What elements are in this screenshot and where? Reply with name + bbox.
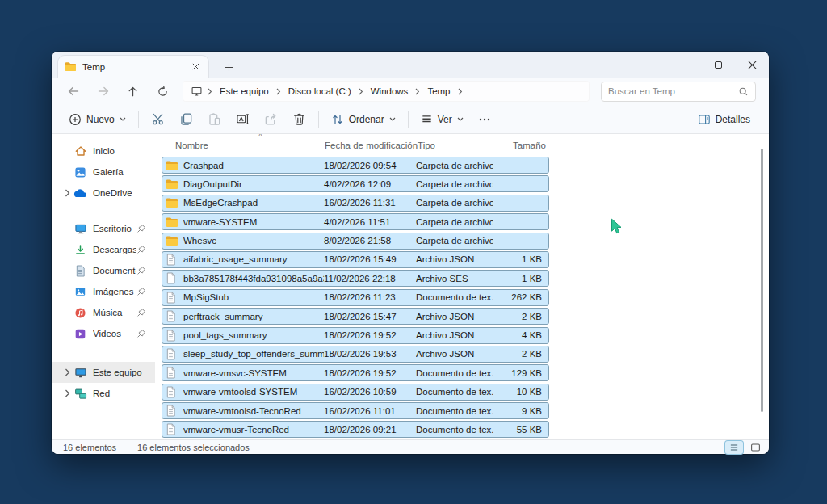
table-row[interactable]: Whesvc8/02/2026 21:58Carpeta de archivos [162, 233, 549, 250]
column-header-tipo[interactable]: Tipo [418, 141, 495, 150]
forward-button[interactable] [88, 79, 118, 103]
pin-icon[interactable] [136, 308, 147, 317]
sidebar-item-galería[interactable]: Galería [52, 162, 155, 183]
view-button[interactable]: Ver [414, 108, 471, 131]
table-row[interactable]: perftrack_summary18/02/2026 15:47Archivo… [162, 308, 549, 325]
details-pane-button[interactable]: Detalles [691, 108, 758, 131]
share-button[interactable] [257, 108, 285, 131]
up-button[interactable] [118, 79, 148, 103]
pin-icon[interactable] [136, 329, 147, 338]
more-button[interactable] [471, 108, 498, 131]
thumbnails-view-toggle[interactable] [746, 441, 764, 454]
file-size-cell: 262 KB [493, 292, 548, 302]
breadcrumb-item[interactable]: Este equipo [216, 85, 273, 98]
table-row[interactable]: bb3a785178f443fda931098a5a9a306b.d...11/… [162, 270, 549, 287]
table-row[interactable]: vmware-vmsvc-SYSTEM18/02/2026 19:52Docum… [162, 364, 549, 381]
sidebar-item-descargas[interactable]: Descargas [52, 239, 155, 260]
sidebar-item-label: Este equipo [93, 368, 155, 377]
table-row[interactable]: Crashpad18/02/2026 09:54Carpeta de archi… [162, 157, 549, 174]
new-button[interactable]: Nuevo [61, 108, 133, 131]
sort-button[interactable]: Ordenar [324, 108, 403, 131]
file-name: perftrack_summary [183, 312, 262, 321]
pin-icon[interactable] [136, 287, 147, 296]
navigation-pane: InicioGaleríaOneDriveEscritorioDescargas… [52, 134, 155, 439]
sidebar-item-inicio[interactable]: Inicio [52, 141, 155, 162]
thumbnails-view-icon [750, 443, 761, 452]
table-row[interactable]: sleep_study_top_offenders_summary18/02/2… [162, 346, 549, 363]
sidebar-item-este-equipo[interactable]: Este equipo [52, 362, 155, 383]
file-name: vmware-vmsvc-SYSTEM [183, 368, 287, 378]
details-view-toggle[interactable] [725, 441, 743, 454]
search-icon [738, 86, 749, 97]
details-pane-label: Detalles [716, 114, 750, 125]
breadcrumb-chevron-icon[interactable] [456, 88, 464, 95]
details-view-icon [729, 443, 739, 452]
chevron-right-icon[interactable] [61, 368, 73, 376]
table-row[interactable]: vmware-SYSTEM4/02/2026 11:51Carpeta de a… [162, 213, 549, 230]
breadcrumb-chevron-icon[interactable] [357, 88, 365, 95]
file-name: Whesvc [183, 236, 216, 246]
breadcrumb-chevron-icon[interactable] [275, 88, 283, 95]
pin-icon[interactable] [136, 245, 147, 254]
chevron-right-icon[interactable] [61, 189, 73, 197]
sidebar-item-documentos[interactable]: Documentos [52, 260, 155, 281]
sidebar-item-imágenes[interactable]: Imágenes [52, 281, 155, 302]
delete-button[interactable] [285, 108, 313, 131]
tab-temp[interactable]: Temp [58, 56, 208, 78]
pin-icon[interactable] [136, 266, 147, 275]
column-header-fecha[interactable]: Fecha de modificación [325, 141, 418, 150]
file-size-cell: 1 KB [493, 274, 548, 284]
vertical-scrollbar[interactable] [761, 149, 763, 412]
file-list: Nombre^Fecha de modificaciónTipoTamaño C… [162, 136, 549, 439]
breadcrumb-chevron-icon[interactable] [206, 88, 214, 95]
table-row[interactable]: vmware-vmusr-TecnoRed18/02/2026 09:21Doc… [162, 421, 549, 438]
copy-button[interactable] [172, 108, 200, 131]
column-header-nombre[interactable]: Nombre [162, 141, 325, 150]
table-row[interactable]: vmware-vmtoolsd-TecnoRed16/02/2026 11:01… [162, 402, 549, 419]
sidebar-item-onedrive[interactable]: OneDrive [52, 183, 155, 204]
sidebar-item-red[interactable]: Red [52, 383, 155, 404]
rename-button[interactable] [229, 108, 257, 131]
chevron-right-icon[interactable] [61, 389, 73, 397]
paste-button[interactable] [200, 108, 229, 131]
file-date-cell: 18/02/2026 19:52 [324, 368, 416, 378]
pin-icon[interactable] [136, 224, 147, 233]
breadcrumb-item[interactable]: Windows [367, 85, 413, 98]
file-blank-icon [166, 272, 178, 284]
breadcrumb-item[interactable]: Temp [423, 85, 454, 98]
sidebar-item-música[interactable]: Música [52, 302, 155, 323]
table-row[interactable]: vmware-vmtoolsd-SYSTEM16/02/2026 10:59Do… [162, 384, 549, 401]
breadcrumb-item[interactable]: Disco local (C:) [284, 85, 355, 98]
sidebar-item-label: Escritorio [93, 224, 136, 233]
music-icon [73, 307, 87, 319]
file-lines-icon [166, 367, 178, 379]
search-input[interactable] [608, 86, 738, 96]
sidebar-item-videos[interactable]: Videos [52, 323, 155, 344]
tab-title: Temp [82, 62, 183, 72]
breadcrumb-chevron-icon[interactable] [414, 88, 422, 95]
file-name: vmware-vmtoolsd-TecnoRed [183, 406, 301, 416]
refresh-button[interactable] [148, 79, 178, 103]
selected-count: 16 elementos seleccionados [137, 443, 250, 452]
trash-icon [292, 112, 306, 126]
table-row[interactable]: MsEdgeCrashpad16/02/2026 11:31Carpeta de… [162, 195, 549, 212]
search-box[interactable] [601, 82, 756, 102]
sidebar-item-escritorio[interactable]: Escritorio [52, 218, 155, 239]
file-name-cell: DiagOutputDir [162, 178, 324, 190]
breadcrumb[interactable]: Este equipoDisco local (C:)WindowsTemp [183, 81, 590, 102]
new-tab-button[interactable] [218, 57, 239, 78]
table-row[interactable]: pool_tags_summary18/02/2026 19:52Archivo… [162, 327, 549, 344]
file-size-cell: 4 KB [493, 330, 548, 340]
table-row[interactable]: aifabric_usage_summary18/02/2026 15:49Ar… [162, 251, 549, 268]
table-row[interactable]: DiagOutputDir4/02/2026 12:09Carpeta de a… [162, 175, 549, 192]
tab-close-icon[interactable] [189, 61, 202, 74]
file-name: bb3a785178f443fda931098a5a9a306b.d... [183, 274, 324, 284]
back-button[interactable] [58, 79, 88, 103]
table-row[interactable]: MpSigStub18/02/2026 11:23Documento de te… [162, 289, 549, 306]
cut-button[interactable] [144, 108, 172, 131]
minimize-button[interactable] [667, 52, 701, 78]
maximize-button[interactable] [701, 52, 735, 78]
column-header-tamaño[interactable]: Tamaño [495, 141, 549, 150]
close-button[interactable] [735, 52, 769, 78]
file-name-cell: Crashpad [162, 160, 324, 171]
